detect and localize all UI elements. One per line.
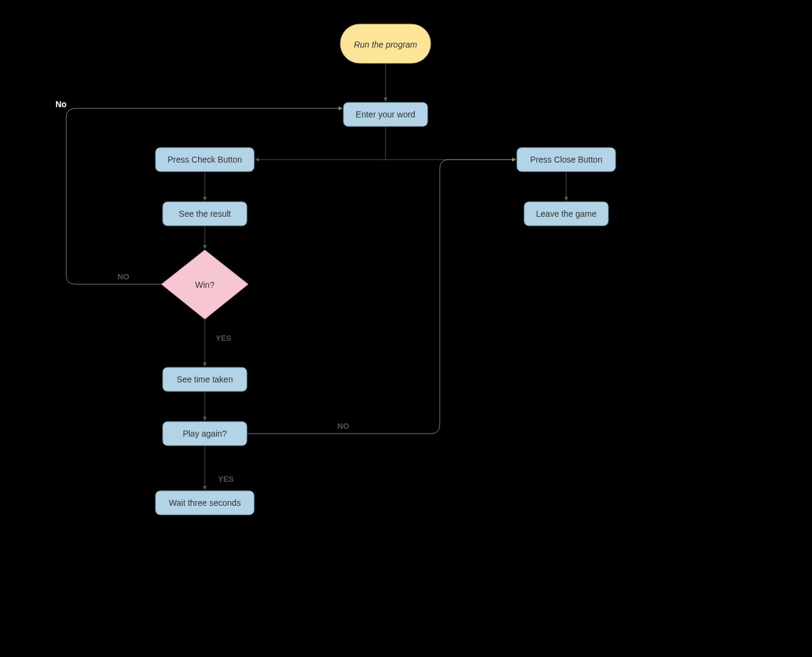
edge-win-no-label: NO <box>117 272 130 281</box>
node-play-again-label: Play again? <box>183 429 226 438</box>
node-leave-game: Leave the game <box>524 202 608 226</box>
node-leave-game-label: Leave the game <box>536 209 597 219</box>
node-win-label: Win? <box>195 280 214 290</box>
edge-top-no-label: No <box>55 99 67 109</box>
node-play-again: Play again? <box>163 422 247 446</box>
node-wait-three-label: Wait three seconds <box>169 498 240 508</box>
node-win-decision: Win? <box>161 250 248 319</box>
node-see-result-label: See the result <box>179 209 231 219</box>
node-enter-word: Enter your word <box>343 102 428 126</box>
edge-playagain-no <box>247 160 516 434</box>
node-see-time-label: See time taken <box>176 375 233 384</box>
edge-playagain-yes-label: YES <box>218 475 234 484</box>
node-press-close-label: Press Close Button <box>530 155 602 164</box>
node-start: Run the program <box>340 24 431 63</box>
edge-win-yes-label: YES <box>216 334 231 343</box>
node-enter-word-label: Enter your word <box>356 110 416 119</box>
node-press-close: Press Close Button <box>517 148 616 172</box>
node-wait-three: Wait three seconds <box>155 491 254 515</box>
node-start-label: Run the program <box>354 40 417 49</box>
edge-playagain-no-label: NO <box>337 422 349 431</box>
node-press-check-label: Press Check Button <box>167 155 242 164</box>
node-see-result: See the result <box>163 202 247 226</box>
node-press-check: Press Check Button <box>155 148 254 172</box>
node-see-time: See time taken <box>163 367 247 391</box>
